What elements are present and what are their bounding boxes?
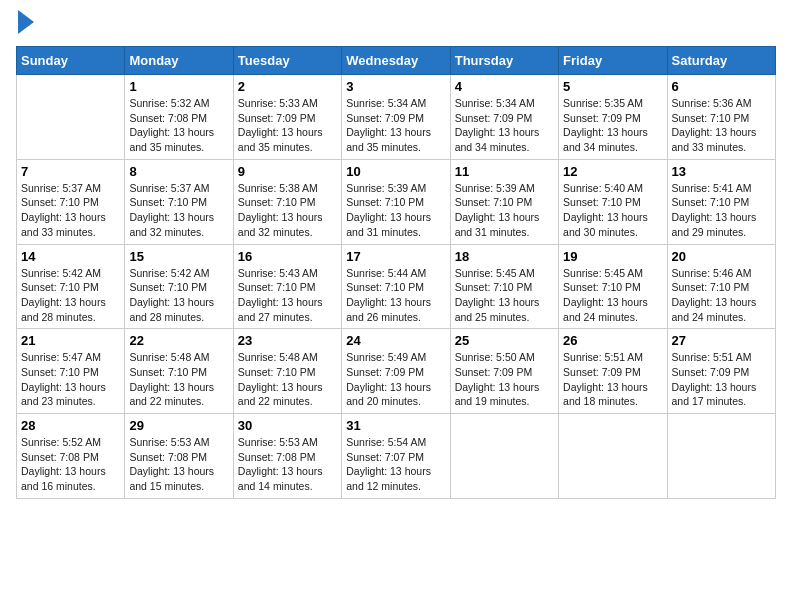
calendar-cell: 20Sunrise: 5:46 AMSunset: 7:10 PMDayligh… bbox=[667, 244, 775, 329]
calendar-body: 1Sunrise: 5:32 AMSunset: 7:08 PMDaylight… bbox=[17, 75, 776, 499]
day-number: 12 bbox=[563, 164, 662, 179]
day-info: Sunrise: 5:33 AMSunset: 7:09 PMDaylight:… bbox=[238, 96, 337, 155]
logo-icon bbox=[16, 16, 34, 36]
day-info: Sunrise: 5:49 AMSunset: 7:09 PMDaylight:… bbox=[346, 350, 445, 409]
page-header bbox=[16, 16, 776, 36]
day-number: 6 bbox=[672, 79, 771, 94]
calendar-cell: 7Sunrise: 5:37 AMSunset: 7:10 PMDaylight… bbox=[17, 159, 125, 244]
day-number: 18 bbox=[455, 249, 554, 264]
day-info: Sunrise: 5:47 AMSunset: 7:10 PMDaylight:… bbox=[21, 350, 120, 409]
calendar-cell: 30Sunrise: 5:53 AMSunset: 7:08 PMDayligh… bbox=[233, 414, 341, 499]
day-info: Sunrise: 5:51 AMSunset: 7:09 PMDaylight:… bbox=[563, 350, 662, 409]
calendar-week-row: 14Sunrise: 5:42 AMSunset: 7:10 PMDayligh… bbox=[17, 244, 776, 329]
day-info: Sunrise: 5:32 AMSunset: 7:08 PMDaylight:… bbox=[129, 96, 228, 155]
day-info: Sunrise: 5:48 AMSunset: 7:10 PMDaylight:… bbox=[129, 350, 228, 409]
day-info: Sunrise: 5:45 AMSunset: 7:10 PMDaylight:… bbox=[563, 266, 662, 325]
day-number: 8 bbox=[129, 164, 228, 179]
calendar-cell: 25Sunrise: 5:50 AMSunset: 7:09 PMDayligh… bbox=[450, 329, 558, 414]
day-info: Sunrise: 5:39 AMSunset: 7:10 PMDaylight:… bbox=[455, 181, 554, 240]
day-info: Sunrise: 5:37 AMSunset: 7:10 PMDaylight:… bbox=[129, 181, 228, 240]
calendar-cell: 31Sunrise: 5:54 AMSunset: 7:07 PMDayligh… bbox=[342, 414, 450, 499]
day-info: Sunrise: 5:34 AMSunset: 7:09 PMDaylight:… bbox=[455, 96, 554, 155]
day-info: Sunrise: 5:40 AMSunset: 7:10 PMDaylight:… bbox=[563, 181, 662, 240]
day-info: Sunrise: 5:38 AMSunset: 7:10 PMDaylight:… bbox=[238, 181, 337, 240]
calendar-cell: 18Sunrise: 5:45 AMSunset: 7:10 PMDayligh… bbox=[450, 244, 558, 329]
calendar-cell bbox=[559, 414, 667, 499]
day-info: Sunrise: 5:39 AMSunset: 7:10 PMDaylight:… bbox=[346, 181, 445, 240]
day-number: 3 bbox=[346, 79, 445, 94]
weekday-header-monday: Monday bbox=[125, 47, 233, 75]
day-number: 17 bbox=[346, 249, 445, 264]
calendar-cell: 19Sunrise: 5:45 AMSunset: 7:10 PMDayligh… bbox=[559, 244, 667, 329]
weekday-header-saturday: Saturday bbox=[667, 47, 775, 75]
day-info: Sunrise: 5:34 AMSunset: 7:09 PMDaylight:… bbox=[346, 96, 445, 155]
day-info: Sunrise: 5:35 AMSunset: 7:09 PMDaylight:… bbox=[563, 96, 662, 155]
day-info: Sunrise: 5:51 AMSunset: 7:09 PMDaylight:… bbox=[672, 350, 771, 409]
calendar-cell: 13Sunrise: 5:41 AMSunset: 7:10 PMDayligh… bbox=[667, 159, 775, 244]
calendar-week-row: 7Sunrise: 5:37 AMSunset: 7:10 PMDaylight… bbox=[17, 159, 776, 244]
day-number: 16 bbox=[238, 249, 337, 264]
day-number: 5 bbox=[563, 79, 662, 94]
day-number: 1 bbox=[129, 79, 228, 94]
calendar-week-row: 21Sunrise: 5:47 AMSunset: 7:10 PMDayligh… bbox=[17, 329, 776, 414]
calendar-cell: 27Sunrise: 5:51 AMSunset: 7:09 PMDayligh… bbox=[667, 329, 775, 414]
day-number: 30 bbox=[238, 418, 337, 433]
day-number: 14 bbox=[21, 249, 120, 264]
calendar-cell: 12Sunrise: 5:40 AMSunset: 7:10 PMDayligh… bbox=[559, 159, 667, 244]
logo bbox=[16, 16, 34, 36]
day-info: Sunrise: 5:53 AMSunset: 7:08 PMDaylight:… bbox=[238, 435, 337, 494]
day-number: 13 bbox=[672, 164, 771, 179]
page-container: SundayMondayTuesdayWednesdayThursdayFrid… bbox=[0, 0, 792, 509]
day-info: Sunrise: 5:36 AMSunset: 7:10 PMDaylight:… bbox=[672, 96, 771, 155]
day-number: 29 bbox=[129, 418, 228, 433]
day-number: 25 bbox=[455, 333, 554, 348]
calendar-cell: 9Sunrise: 5:38 AMSunset: 7:10 PMDaylight… bbox=[233, 159, 341, 244]
calendar-cell: 11Sunrise: 5:39 AMSunset: 7:10 PMDayligh… bbox=[450, 159, 558, 244]
day-number: 24 bbox=[346, 333, 445, 348]
calendar-cell bbox=[450, 414, 558, 499]
day-number: 2 bbox=[238, 79, 337, 94]
day-number: 21 bbox=[21, 333, 120, 348]
day-number: 27 bbox=[672, 333, 771, 348]
calendar-cell: 23Sunrise: 5:48 AMSunset: 7:10 PMDayligh… bbox=[233, 329, 341, 414]
day-number: 15 bbox=[129, 249, 228, 264]
day-number: 9 bbox=[238, 164, 337, 179]
calendar-table: SundayMondayTuesdayWednesdayThursdayFrid… bbox=[16, 46, 776, 499]
day-number: 26 bbox=[563, 333, 662, 348]
day-number: 11 bbox=[455, 164, 554, 179]
day-info: Sunrise: 5:45 AMSunset: 7:10 PMDaylight:… bbox=[455, 266, 554, 325]
calendar-cell: 29Sunrise: 5:53 AMSunset: 7:08 PMDayligh… bbox=[125, 414, 233, 499]
calendar-cell bbox=[17, 75, 125, 160]
calendar-cell: 21Sunrise: 5:47 AMSunset: 7:10 PMDayligh… bbox=[17, 329, 125, 414]
calendar-cell: 28Sunrise: 5:52 AMSunset: 7:08 PMDayligh… bbox=[17, 414, 125, 499]
calendar-cell: 17Sunrise: 5:44 AMSunset: 7:10 PMDayligh… bbox=[342, 244, 450, 329]
calendar-cell: 8Sunrise: 5:37 AMSunset: 7:10 PMDaylight… bbox=[125, 159, 233, 244]
calendar-cell: 5Sunrise: 5:35 AMSunset: 7:09 PMDaylight… bbox=[559, 75, 667, 160]
day-number: 23 bbox=[238, 333, 337, 348]
calendar-week-row: 1Sunrise: 5:32 AMSunset: 7:08 PMDaylight… bbox=[17, 75, 776, 160]
calendar-cell: 15Sunrise: 5:42 AMSunset: 7:10 PMDayligh… bbox=[125, 244, 233, 329]
calendar-cell: 1Sunrise: 5:32 AMSunset: 7:08 PMDaylight… bbox=[125, 75, 233, 160]
day-number: 20 bbox=[672, 249, 771, 264]
calendar-cell bbox=[667, 414, 775, 499]
calendar-week-row: 28Sunrise: 5:52 AMSunset: 7:08 PMDayligh… bbox=[17, 414, 776, 499]
day-number: 22 bbox=[129, 333, 228, 348]
calendar-cell: 3Sunrise: 5:34 AMSunset: 7:09 PMDaylight… bbox=[342, 75, 450, 160]
day-info: Sunrise: 5:43 AMSunset: 7:10 PMDaylight:… bbox=[238, 266, 337, 325]
day-number: 28 bbox=[21, 418, 120, 433]
day-info: Sunrise: 5:41 AMSunset: 7:10 PMDaylight:… bbox=[672, 181, 771, 240]
weekday-header-wednesday: Wednesday bbox=[342, 47, 450, 75]
calendar-cell: 6Sunrise: 5:36 AMSunset: 7:10 PMDaylight… bbox=[667, 75, 775, 160]
day-info: Sunrise: 5:37 AMSunset: 7:10 PMDaylight:… bbox=[21, 181, 120, 240]
calendar-header-row: SundayMondayTuesdayWednesdayThursdayFrid… bbox=[17, 47, 776, 75]
day-number: 10 bbox=[346, 164, 445, 179]
day-info: Sunrise: 5:44 AMSunset: 7:10 PMDaylight:… bbox=[346, 266, 445, 325]
day-info: Sunrise: 5:42 AMSunset: 7:10 PMDaylight:… bbox=[21, 266, 120, 325]
day-info: Sunrise: 5:42 AMSunset: 7:10 PMDaylight:… bbox=[129, 266, 228, 325]
day-number: 7 bbox=[21, 164, 120, 179]
calendar-cell: 22Sunrise: 5:48 AMSunset: 7:10 PMDayligh… bbox=[125, 329, 233, 414]
calendar-cell: 2Sunrise: 5:33 AMSunset: 7:09 PMDaylight… bbox=[233, 75, 341, 160]
weekday-header-friday: Friday bbox=[559, 47, 667, 75]
day-info: Sunrise: 5:48 AMSunset: 7:10 PMDaylight:… bbox=[238, 350, 337, 409]
calendar-cell: 26Sunrise: 5:51 AMSunset: 7:09 PMDayligh… bbox=[559, 329, 667, 414]
